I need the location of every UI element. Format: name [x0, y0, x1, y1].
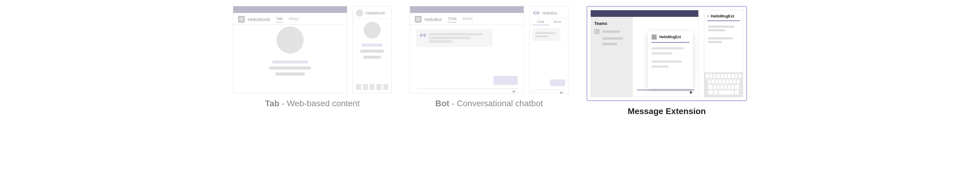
svg-rect-0: [240, 18, 241, 19]
nav-item-placeholder[interactable]: [370, 84, 375, 90]
nav-item-placeholder[interactable]: [376, 84, 382, 90]
sidebar-item-label: [602, 37, 623, 40]
compose-box[interactable]: [637, 90, 694, 94]
tab-desktop-frame: HelloWorld Tab About: [233, 6, 347, 93]
tab-panel-group: HelloWorld Tab About HelloWorld: [233, 6, 392, 108]
result-line[interactable]: [651, 61, 682, 62]
result-line[interactable]: [651, 66, 668, 68]
svg-rect-2: [240, 19, 241, 21]
sidebar-item-label: [602, 30, 620, 33]
svg-rect-15: [654, 37, 656, 39]
mobile-chat-area: [530, 25, 568, 93]
bot-panel-group: HelloBot Chat About: [410, 6, 568, 108]
nav-item-placeholder[interactable]: [383, 84, 388, 90]
caption-bold: Tab: [265, 99, 280, 108]
placeholder-line: [429, 33, 483, 35]
compose-box[interactable]: [533, 90, 565, 90]
window-titlebar: [410, 6, 524, 13]
nav-item-placeholder[interactable]: [363, 84, 368, 90]
app-icon: [238, 16, 245, 22]
svg-rect-5: [418, 18, 420, 19]
mobile-title: HelloBot: [542, 11, 557, 15]
placeholder-line: [535, 32, 555, 34]
bot-message: [533, 28, 560, 41]
tab-strip: Chat About: [448, 16, 473, 22]
sidebar-item[interactable]: [594, 43, 629, 45]
sidebar-item[interactable]: [594, 37, 629, 40]
popup-header: HelloMsgExt: [651, 34, 689, 40]
bot-caption: Bot - Conversational chatbot: [435, 99, 543, 108]
message-body: [429, 32, 489, 44]
app-icon: [415, 16, 422, 22]
mobile-header: HelloBot: [530, 6, 568, 19]
user-reply-bubble: [493, 76, 518, 85]
popup-title: HelloMsgExt: [659, 35, 681, 39]
placeholder-line: [272, 61, 308, 64]
compose-box[interactable]: [416, 88, 518, 89]
msgext-panel-row: Teams HelloMsgExt: [590, 10, 743, 97]
result-line[interactable]: [708, 29, 725, 31]
app-icon: [651, 34, 657, 40]
msgext-mobile-frame: ‹ HelloMsgExt: [704, 10, 743, 97]
tab-tab[interactable]: Tab: [276, 16, 283, 22]
svg-rect-6: [416, 19, 418, 21]
tab-mobile-frame: HelloWorld: [353, 6, 392, 93]
app-header: HelloBot Chat About: [410, 13, 524, 25]
result-line[interactable]: [708, 26, 734, 28]
user-reply-bubble: [550, 80, 565, 86]
highlight-border: Teams HelloMsgExt: [587, 6, 747, 101]
soft-keyboard[interactable]: [704, 72, 743, 97]
caption-bold: Bot: [435, 99, 449, 108]
avatar-icon: [356, 9, 363, 16]
svg-rect-14: [652, 37, 654, 39]
avatar-placeholder: [364, 22, 380, 38]
result-line[interactable]: [651, 52, 672, 54]
msgext-caption: Message Extension: [628, 107, 706, 116]
mobile-tab-more[interactable]: More: [549, 20, 566, 25]
sidebar-title: Teams: [594, 21, 629, 26]
mobile-nav-placeholder: [356, 84, 388, 90]
svg-point-10: [536, 13, 536, 13]
tab-chat[interactable]: Chat: [448, 16, 456, 22]
bot-desktop-frame: HelloBot Chat About: [410, 6, 524, 93]
nav-item-placeholder[interactable]: [356, 84, 361, 90]
svg-point-11: [536, 13, 537, 13]
msgext-panel-group: Teams HelloMsgExt: [587, 6, 747, 116]
mobile-body: [353, 19, 391, 93]
mobile-title: HelloWorld: [366, 11, 385, 15]
svg-rect-1: [242, 18, 243, 19]
tab-about[interactable]: About: [289, 16, 299, 22]
tab-about[interactable]: About: [462, 16, 473, 22]
results-list: [704, 24, 743, 45]
svg-rect-12: [652, 35, 654, 37]
placeholder-line: [429, 37, 471, 39]
tab-strip: Tab About: [276, 16, 299, 22]
mobile-title: HelloMsgExt: [711, 14, 734, 18]
placeholder-line: [360, 50, 384, 53]
code-icon: [533, 9, 540, 16]
placeholder-line: [535, 35, 549, 37]
result-line[interactable]: [708, 41, 722, 43]
chat-area: [410, 25, 524, 93]
placeholder-line: [363, 56, 381, 59]
msgext-desktop-frame: Teams HelloMsgExt: [590, 10, 698, 97]
svg-rect-4: [416, 18, 418, 19]
sidebar-item[interactable]: [594, 29, 629, 34]
tab-caption: Tab - Web-based content: [265, 99, 360, 108]
placeholder-line: [362, 44, 383, 46]
msgext-body: Teams HelloMsgExt: [591, 17, 698, 97]
bot-message: [416, 29, 492, 47]
back-icon[interactable]: ‹: [707, 13, 709, 19]
mobile-tab-chat[interactable]: Chat: [532, 20, 549, 25]
tab-content-area: [233, 25, 347, 93]
app-name: HelloBot: [425, 17, 442, 22]
teams-sidebar: Teams: [591, 17, 633, 97]
msgext-popup[interactable]: HelloMsgExt: [648, 31, 693, 88]
mobile-header: HelloWorld: [353, 6, 391, 19]
result-line[interactable]: [651, 47, 684, 50]
svg-rect-7: [418, 19, 420, 21]
svg-rect-3: [242, 19, 243, 21]
result-line[interactable]: [708, 37, 733, 40]
window-titlebar: [233, 6, 347, 13]
code-icon: [420, 32, 426, 38]
